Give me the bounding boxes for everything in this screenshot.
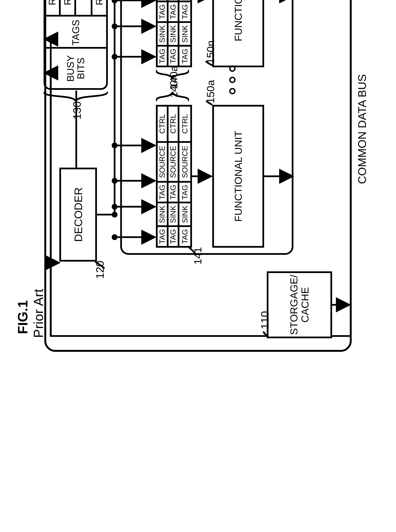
figure-title: FIG.1 (15, 300, 30, 334)
reservation-station-n: TAG SINK TAG SOURCE CTRL TAG SINK TAG SO… (156, 0, 192, 67)
execution-core-boundary (120, 0, 293, 255)
functional-unit-a: FUNCTIONAL UNIT (212, 105, 264, 248)
fu-n-ref-label: 150n (204, 41, 217, 64)
rs-col-source: SOURCE (158, 141, 167, 181)
rs-row: TAG SINK TAG SOURCE CTRL (158, 106, 169, 246)
tags-cell: TAGS (45, 17, 106, 49)
reservation-station-a: TAG SINK TAG SOURCE CTRL TAG SINK TAG SO… (156, 105, 192, 248)
rs-col-sink: SINK (158, 202, 167, 225)
register-ellipsis (76, 0, 91, 15)
common-data-bus-label: COMMON DATA BUS (356, 74, 369, 184)
rs-row: TAG SINK TAG SOURCE CTRL (179, 0, 190, 66)
functional-unit-n: FUNCTIONAL UNIT (212, 0, 264, 67)
storage-ref-label: 110 (258, 311, 271, 329)
register-file-block: BUSY BITS TAGS REGISTER REGISTER REGISTE… (44, 0, 108, 90)
rs-col-tag2: TAG (158, 181, 167, 202)
rs-n-ref-label: 140n (168, 74, 180, 98)
rs-row: TAG SINK TAG SOURCE CTRL (179, 106, 190, 246)
busy-bits-cell: BUSY BITS (45, 47, 106, 88)
rs-row: TAG SINK TAG SOURCE CTRL (169, 0, 179, 66)
rs-col-tag: TAG (158, 225, 167, 246)
tag-unit-ref-label: 130 (71, 101, 83, 120)
decoder-ref-label: 120 (93, 261, 106, 279)
functional-unit-ellipsis (229, 65, 236, 94)
figure-subtitle: Prior Art (31, 289, 46, 338)
decoder-block: DECODER (59, 168, 97, 262)
register-cell: REGISTER (61, 0, 76, 15)
register-cell: REGISTER (91, 0, 106, 15)
rs-row: TAG SINK TAG SOURCE CTRL (158, 0, 169, 66)
register-cell: REGISTER (45, 0, 61, 15)
rs-row: TAG SINK TAG SOURCE CTRL (169, 106, 179, 246)
fu-a-ref-label: 150a (204, 80, 217, 103)
rs-entry-ref-label: 141 (192, 247, 204, 265)
brace-130 (44, 91, 108, 102)
rs-col-ctrl: CTRL (158, 106, 167, 141)
storage-cache-block: STORGAGE/ CACHE (267, 271, 332, 338)
